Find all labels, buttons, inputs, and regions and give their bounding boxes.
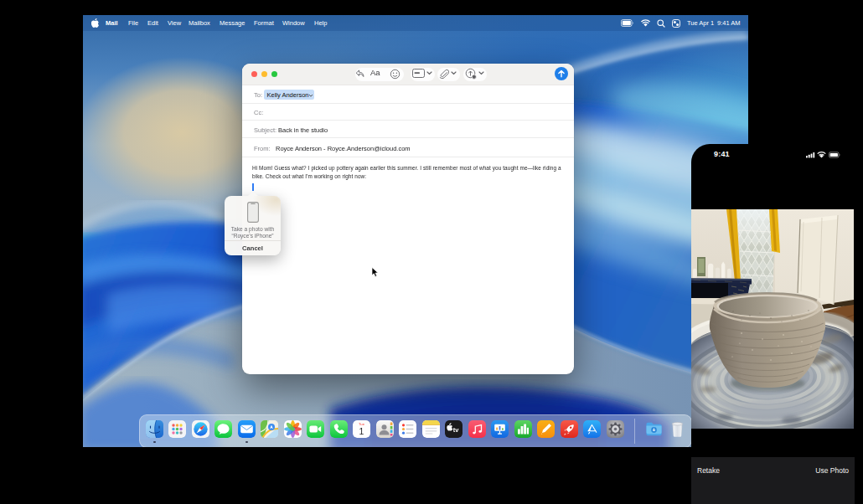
- svg-text:1: 1: [359, 426, 364, 436]
- svg-text:tv: tv: [453, 426, 459, 434]
